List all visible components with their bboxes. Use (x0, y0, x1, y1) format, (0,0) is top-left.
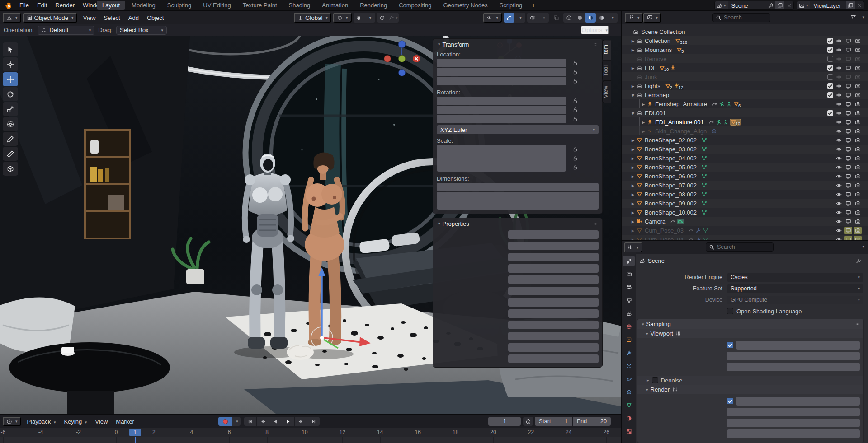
viewport-subpanel-header[interactable]: ▾Viewport (637, 329, 863, 338)
tool-annotate[interactable] (3, 132, 18, 146)
new-viewlayer-button[interactable] (846, 1, 855, 9)
hide-viewport-toggle[interactable] (835, 191, 843, 198)
disable-viewports-toggle[interactable] (844, 91, 852, 99)
lock-icon[interactable] (572, 69, 578, 75)
disable-render-toggle[interactable] (854, 136, 862, 144)
properties-tab-particles[interactable] (623, 361, 635, 371)
edit-value-button[interactable] (508, 354, 599, 363)
timeline-ruler[interactable]: -6-4-2024681012141618202224261 (0, 428, 621, 437)
outliner-row[interactable]: ▸Femshep_Armature6 (622, 99, 868, 108)
expander[interactable]: ▸ (629, 182, 637, 189)
hide-viewport-toggle[interactable] (835, 145, 843, 153)
timeline-editor-type-button[interactable]: ▾ (3, 417, 21, 426)
grip-icon[interactable] (593, 221, 599, 227)
collection-checkbox[interactable] (827, 83, 833, 89)
property-value-field[interactable] (508, 253, 599, 261)
outliner-row[interactable]: ▸Mountains5 (622, 45, 868, 54)
workspace-tab-rendering[interactable]: Rendering (354, 1, 392, 10)
timeline-menu-playback[interactable]: Playback ▾ (23, 417, 60, 426)
proportional-edit-toggle[interactable] (377, 13, 388, 23)
grip-icon[interactable] (593, 42, 599, 47)
viewport-menu-view[interactable]: View (79, 13, 100, 23)
expander[interactable]: ▸ (629, 155, 637, 162)
disable-render-toggle[interactable] (854, 200, 862, 207)
hide-viewport-toggle[interactable] (835, 154, 843, 162)
hide-viewport-toggle[interactable] (835, 173, 843, 180)
disable-viewports-toggle[interactable] (844, 64, 852, 72)
menu-file[interactable]: File (15, 0, 33, 10)
disable-render-toggle[interactable] (854, 227, 862, 234)
rotation-z-field[interactable] (437, 115, 566, 123)
workspace-tab-sculpting[interactable]: Sculpting (162, 1, 197, 10)
outliner-row[interactable]: ▸BoneShape_04.002 (622, 154, 868, 163)
outliner-row[interactable]: ▸Lights212 (622, 81, 868, 90)
lock-icon[interactable] (572, 164, 578, 170)
disable-render-toggle[interactable] (854, 182, 862, 189)
hide-viewport-toggle[interactable] (835, 100, 843, 108)
breadcrumb[interactable]: Scene (648, 257, 665, 264)
hide-viewport-toggle[interactable] (835, 200, 843, 207)
tool-scale[interactable] (3, 102, 18, 116)
outliner-row[interactable]: Junk (622, 72, 868, 81)
scale-z-field[interactable] (437, 163, 566, 172)
properties-tab-world[interactable] (623, 322, 635, 331)
noise-threshold-field[interactable] (736, 397, 860, 406)
viewport-menu-select[interactable]: Select (100, 13, 124, 23)
expander[interactable]: ▸ (629, 209, 637, 216)
denoise-subpanel-header[interactable]: ▸Denoise (637, 376, 863, 385)
disable-render-toggle[interactable] (854, 73, 862, 81)
min-samples-field[interactable] (727, 419, 860, 427)
properties-options-dropdown[interactable]: ▾ (862, 244, 864, 249)
drag-dropdown[interactable]: Select Box▾ (116, 26, 167, 35)
timeline-menu-view[interactable]: View (91, 417, 112, 426)
workspace-tab-scripting[interactable]: Scripting (494, 1, 528, 10)
outliner-row[interactable]: ▸Camera (622, 217, 868, 226)
max-samples-field[interactable] (727, 352, 860, 360)
sliders-icon[interactable] (675, 331, 681, 336)
visibility-dropdown[interactable]: ▾ (483, 13, 502, 23)
disable-render-toggle[interactable] (854, 154, 862, 162)
expander[interactable]: ▸ (629, 236, 637, 240)
lock-icon[interactable] (572, 60, 578, 66)
properties-tab-texture[interactable] (623, 426, 635, 436)
sampling-panel-header[interactable]: ▾Sampling (637, 319, 863, 329)
disable-viewports-toggle[interactable] (844, 173, 852, 180)
hide-viewport-toggle[interactable] (835, 218, 843, 225)
workspace-tab-shading[interactable]: Shading (283, 1, 316, 10)
expander[interactable]: ▸ (629, 137, 637, 144)
hide-viewport-toggle[interactable] (835, 163, 843, 171)
hide-viewport-toggle[interactable] (835, 118, 843, 126)
scene-name[interactable]: Scene (728, 2, 766, 9)
workspace-tab-compositing[interactable]: Compositing (393, 1, 437, 10)
render-engine-dropdown[interactable]: Cycles▾ (727, 273, 863, 282)
properties-tab-object[interactable] (623, 335, 635, 345)
workspace-tab-texture-paint[interactable]: Texture Paint (237, 1, 283, 10)
disable-viewports-toggle[interactable] (844, 109, 852, 117)
disable-viewports-toggle[interactable] (844, 236, 852, 240)
disable-render-toggle[interactable] (854, 127, 862, 135)
blender-logo-icon[interactable] (4, 2, 13, 9)
outliner-row[interactable]: ▸BoneShape_10.002 (622, 208, 868, 217)
disable-viewports-toggle[interactable] (844, 227, 852, 234)
sliders-icon[interactable] (672, 387, 678, 392)
next-keyframe-button[interactable] (295, 417, 307, 426)
disable-render-toggle[interactable] (854, 37, 862, 45)
frame-end-field[interactable]: End20 (573, 417, 611, 426)
play-reverse-button[interactable] (269, 417, 282, 426)
outliner-search-input[interactable] (724, 14, 767, 21)
outliner-row[interactable]: ▸Cum_Pose_04 (622, 235, 868, 240)
disable-render-toggle[interactable] (854, 82, 862, 90)
expander[interactable]: ▸ (629, 47, 637, 53)
expander[interactable]: ▸ (629, 200, 637, 207)
shading-wireframe[interactable] (563, 13, 574, 23)
snap-settings-dropdown[interactable]: ▾ (364, 13, 375, 23)
outliner-editor-type-button[interactable]: ▾ (625, 13, 643, 23)
min-samples-field[interactable] (727, 363, 860, 371)
scale-y-field[interactable] (437, 154, 566, 163)
sidebar-tab-view[interactable]: View (602, 81, 611, 103)
shading-rendered[interactable] (596, 13, 607, 23)
menu-render[interactable]: Render (51, 0, 79, 10)
feature-set-dropdown[interactable]: Supported▾ (727, 284, 863, 293)
edit-value-button[interactable] (508, 309, 599, 318)
viewport-menu-add[interactable]: Add (124, 13, 143, 23)
